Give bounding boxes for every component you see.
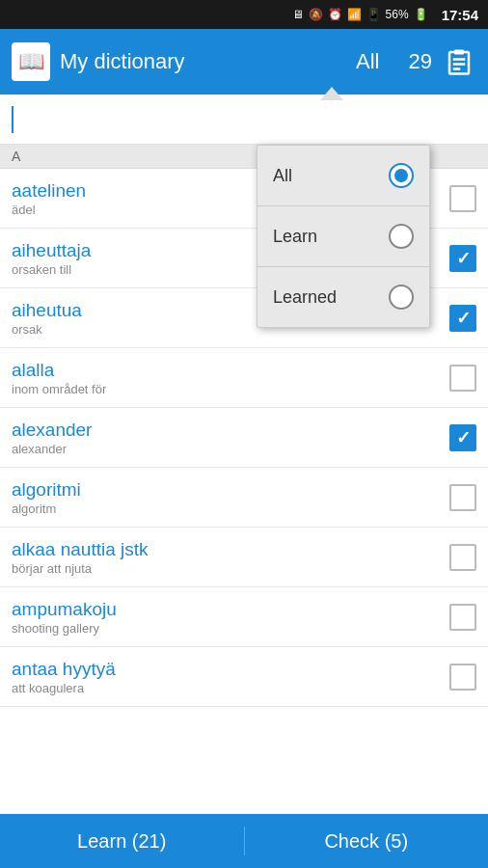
filter-button[interactable]: All <box>356 49 379 74</box>
filter-all-label: All <box>273 166 292 186</box>
filter-learn-radio[interactable] <box>389 224 414 249</box>
word-main: ampumakoju <box>12 599 449 620</box>
status-time: 17:54 <box>442 7 478 23</box>
word-main: alalla <box>12 360 449 381</box>
filter-dropdown[interactable]: All Learn Learned <box>257 145 430 328</box>
filter-learned-label: Learned <box>273 287 337 308</box>
filter-all-option[interactable]: All <box>258 146 429 206</box>
word-text-group: alalla inom området för <box>12 360 449 396</box>
word-sub: alexander <box>12 442 449 456</box>
word-text-group: algoritmi algoritm <box>12 479 449 516</box>
app-header: 📖 My dictionary All 29 <box>0 29 488 95</box>
filter-learned-option[interactable]: Learned <box>258 267 429 327</box>
word-main: algoritmi <box>12 479 449 501</box>
word-text-group: alkaa nauttia jstk börjar att njuta <box>12 539 449 576</box>
search-bar[interactable] <box>0 95 488 145</box>
word-sub: algoritm <box>12 502 449 516</box>
list-item[interactable]: alalla inom området för <box>0 348 488 408</box>
word-text-group: antaa hyytyä att koagulera <box>12 659 449 695</box>
screen-icon: 🖥 <box>292 8 304 21</box>
search-cursor <box>12 106 14 133</box>
check-button[interactable]: Check (5) <box>245 814 489 868</box>
app-logo: 📖 <box>12 42 50 81</box>
status-bar: 🖥 🔕 ⏰ 📶 📱 56% 🔋 17:54 <box>0 0 488 29</box>
word-checkbox[interactable] <box>449 604 476 631</box>
mute-icon: 🔕 <box>309 8 323 21</box>
word-main: alkaa nauttia jstk <box>12 539 449 560</box>
dropdown-arrow <box>320 87 343 100</box>
bottom-bar: Learn (21) Check (5) <box>0 814 488 868</box>
word-main: alexander <box>12 420 449 441</box>
alarm-icon: ⏰ <box>328 8 342 21</box>
wifi-icon: 📶 <box>347 8 362 21</box>
app-title: My dictionary <box>60 49 356 74</box>
filter-all-radio-fill <box>394 169 408 182</box>
word-checkbox[interactable] <box>449 245 476 272</box>
word-text-group: alexander alexander <box>12 420 449 456</box>
battery-icon: 🔋 <box>414 8 428 21</box>
filter-learn-label: Learn <box>273 227 317 247</box>
logo-icon: 📖 <box>18 49 44 74</box>
filter-all-radio[interactable] <box>389 163 414 188</box>
learn-button[interactable]: Learn (21) <box>0 814 244 868</box>
svg-rect-3 <box>453 63 466 66</box>
word-checkbox[interactable] <box>449 185 476 212</box>
word-checkbox[interactable] <box>449 664 476 691</box>
word-count: 29 <box>409 49 432 74</box>
paste-icon <box>445 47 474 76</box>
word-sub: börjar att njuta <box>12 561 449 576</box>
filter-learned-radio[interactable] <box>389 285 414 310</box>
word-checkbox[interactable] <box>449 424 476 451</box>
list-item[interactable]: alkaa nauttia jstk börjar att njuta <box>0 528 488 587</box>
word-sub: att koagulera <box>12 681 449 695</box>
svg-rect-2 <box>453 58 466 61</box>
section-label: A <box>12 149 20 164</box>
list-item[interactable]: algoritmi algoritm <box>0 468 488 528</box>
list-item[interactable]: ampumakoju shooting gallery <box>0 587 488 647</box>
battery-text: 56% <box>386 8 409 21</box>
word-checkbox[interactable] <box>449 305 476 332</box>
filter-learn-option[interactable]: Learn <box>258 206 429 267</box>
paste-button[interactable] <box>442 44 476 79</box>
signal-icon: 📱 <box>366 8 381 21</box>
status-icons: 🖥 🔕 ⏰ 📶 📱 56% 🔋 <box>292 8 428 21</box>
svg-rect-4 <box>453 68 461 70</box>
word-sub: inom området för <box>12 382 449 396</box>
word-text-group: ampumakoju shooting gallery <box>12 599 449 636</box>
word-checkbox[interactable] <box>449 484 476 511</box>
list-item[interactable]: antaa hyytyä att koagulera <box>0 647 488 707</box>
word-main: antaa hyytyä <box>12 659 449 680</box>
word-checkbox[interactable] <box>449 544 476 571</box>
list-item[interactable]: alexander alexander <box>0 408 488 468</box>
word-checkbox[interactable] <box>449 365 476 392</box>
word-sub: shooting gallery <box>12 621 449 636</box>
